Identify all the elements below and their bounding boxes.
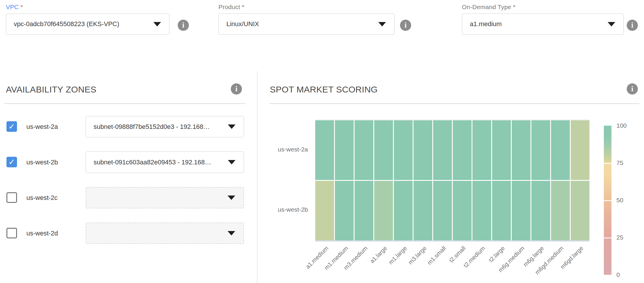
- product-info-icon[interactable]: i: [400, 20, 411, 31]
- on-demand-type-select[interactable]: a1.medium: [462, 14, 624, 35]
- az-checkbox-us-west-2b[interactable]: ✓: [6, 157, 17, 167]
- az-zone-label: us-west-2d: [26, 223, 58, 244]
- heatmap-cell: [433, 120, 452, 180]
- heatmap-colorbar-labels: 1007550250: [616, 126, 637, 275]
- product-label: Product*: [218, 4, 394, 11]
- heatmap: [315, 119, 589, 242]
- az-checkbox-us-west-2a[interactable]: ✓: [6, 121, 17, 132]
- heatmap-cell: [335, 120, 354, 180]
- heatmap-cell: [531, 120, 550, 180]
- heatmap-cell: [394, 120, 413, 180]
- heatmap-x-label: t2.large: [487, 245, 506, 263]
- az-zone-label: us-west-2c: [26, 187, 57, 208]
- subnet-select-us-west-2a[interactable]: subnet-09888f7be5152d0e3 - 192.168…: [86, 116, 244, 137]
- chevron-down-icon: [378, 22, 386, 26]
- heatmap-cell: [531, 181, 550, 240]
- az-subnet-select-wrap: subnet-091c603aa82e09453 - 192.168…: [86, 151, 244, 173]
- on-demand-type-select-value: a1.medium: [470, 20, 502, 28]
- subnet-select-us-west-2d[interactable]: [86, 223, 244, 244]
- az-subnet-select-wrap: [86, 223, 244, 244]
- vpc-label: VPC*: [6, 4, 170, 11]
- product-field: Product* Linux/UNIX: [218, 4, 394, 35]
- vpc-select[interactable]: vpc-0adcb70f645508223 (EKS-VPC): [6, 14, 170, 35]
- availability-zone-row: us-west-2d: [6, 223, 245, 244]
- chevron-down-icon: [228, 160, 235, 164]
- heatmap-cell: [315, 120, 334, 180]
- heatmap-x-label: m1.large: [387, 245, 408, 266]
- vpc-select-value: vpc-0adcb70f645508223 (EKS-VPC): [14, 20, 119, 28]
- heatmap-cell: [394, 181, 413, 240]
- colorbar-tick-label: 25: [616, 234, 623, 241]
- heatmap-cell: [551, 181, 570, 240]
- availability-zones-info-icon[interactable]: i: [231, 83, 242, 95]
- az-checkbox-us-west-2d[interactable]: [6, 228, 17, 238]
- heatmap-cell: [413, 181, 432, 240]
- heatmap-cell: [355, 120, 373, 180]
- product-label-text: Product: [218, 4, 240, 10]
- heatmap-x-label: m3.large: [407, 245, 428, 266]
- chevron-down-icon: [228, 124, 235, 129]
- heatmap-cell: [374, 181, 393, 240]
- heatmap-cell: [472, 120, 491, 180]
- required-asterisk: *: [21, 4, 23, 10]
- product-select-value: Linux/UNIX: [226, 20, 259, 28]
- on-demand-type-info-icon[interactable]: i: [627, 20, 638, 31]
- heatmap-cell: [492, 181, 511, 240]
- chevron-down-icon: [228, 196, 235, 200]
- chevron-down-icon: [153, 22, 161, 26]
- heatmap-cell: [512, 120, 531, 180]
- spot-market-scoring-info-icon[interactable]: i: [627, 83, 638, 95]
- heatmap-cell: [453, 120, 472, 180]
- az-zone-label: us-west-2a: [26, 116, 58, 137]
- az-subnet-select-wrap: subnet-09888f7be5152d0e3 - 192.168…: [86, 116, 244, 137]
- heatmap-cell: [335, 181, 354, 240]
- spot-configuration-page: VPC* vpc-0adcb70f645508223 (EKS-VPC) Pro…: [0, 0, 644, 283]
- availability-zone-row: us-west-2c: [6, 187, 245, 208]
- az-checkbox-us-west-2c[interactable]: [6, 192, 17, 203]
- required-asterisk: *: [242, 4, 244, 10]
- subnet-select-us-west-2c[interactable]: [86, 187, 244, 208]
- availability-zone-row: ✓us-west-2bsubnet-091c603aa82e09453 - 19…: [6, 151, 245, 173]
- availability-zones-list: ✓us-west-2asubnet-09888f7be5152d0e3 - 19…: [6, 116, 245, 258]
- heatmap-cell: [374, 120, 393, 180]
- colorbar-tick-line: [604, 163, 611, 164]
- on-demand-type-label-text: On-Demand Type: [462, 4, 511, 10]
- heatmap-x-axis: a1.mediumm1.mediumm3.mediuma1.largem1.la…: [315, 242, 589, 283]
- heatmap-x-label: m1.small: [426, 245, 448, 266]
- vpc-field: VPC* vpc-0adcb70f645508223 (EKS-VPC): [6, 4, 170, 35]
- heatmap-cell: [453, 181, 472, 240]
- heatmap-cell: [433, 181, 452, 240]
- heatmap-y-label: us-west-2b: [278, 206, 308, 213]
- heatmap-cell: [315, 181, 334, 240]
- heatmap-cell: [472, 181, 491, 240]
- product-select[interactable]: Linux/UNIX: [218, 14, 394, 35]
- required-asterisk: *: [513, 4, 515, 10]
- heatmap-y-label: us-west-2a: [278, 146, 308, 153]
- subnet-select-value: subnet-091c603aa82e09453 - 192.168…: [94, 159, 211, 166]
- heatmap-y-axis: us-west-2aus-west-2b: [255, 119, 308, 240]
- on-demand-type-field: On-Demand Type* a1.medium: [462, 4, 624, 35]
- spot-market-scoring-title: SPOT MARKET SCORING: [270, 85, 378, 95]
- heatmap-cell: [571, 181, 589, 240]
- heatmap-cell: [413, 120, 432, 180]
- availability-zone-row: ✓us-west-2asubnet-09888f7be5152d0e3 - 19…: [6, 116, 245, 137]
- colorbar-tick-label: 50: [616, 197, 623, 204]
- vpc-label-text: VPC: [6, 4, 19, 10]
- subnet-select-value: subnet-09888f7be5152d0e3 - 192.168…: [94, 123, 210, 131]
- heatmap-cell: [551, 120, 570, 180]
- colorbar-tick-label: 0: [616, 271, 620, 278]
- subnet-select-us-west-2b[interactable]: subnet-091c603aa82e09453 - 192.168…: [86, 151, 244, 173]
- az-zone-label: us-west-2b: [26, 151, 58, 173]
- heatmap-colorbar: [604, 126, 611, 275]
- az-subnet-select-wrap: [86, 187, 244, 208]
- heatmap-cell: [512, 181, 531, 240]
- vpc-info-icon[interactable]: i: [178, 20, 189, 31]
- availability-zones-title: AVAILABILITY ZONES: [6, 85, 96, 95]
- heatmap-x-label: t2.small: [448, 245, 467, 264]
- heatmap-x-label: a1.large: [369, 245, 389, 265]
- colorbar-tick-label: 75: [616, 159, 623, 166]
- colorbar-tick-line: [604, 200, 611, 201]
- spot-market-scoring-divider: [269, 103, 639, 104]
- availability-zones-divider: [4, 103, 245, 104]
- heatmap-cell: [355, 181, 373, 240]
